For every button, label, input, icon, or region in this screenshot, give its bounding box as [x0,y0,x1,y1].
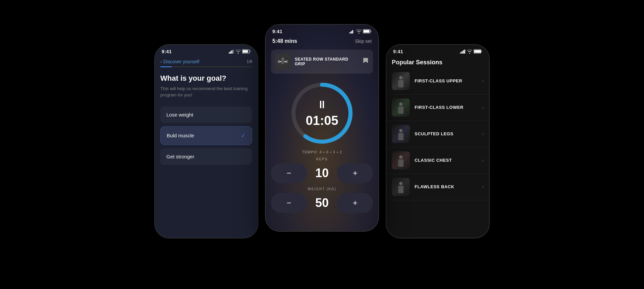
question-title: What is your goal? [155,74,258,83]
center-signal-icon [350,29,355,33]
weight-minus-icon: − [286,198,291,208]
session-item-classic-chest[interactable]: CLASSIC CHEST › [386,147,489,174]
svg-rect-23 [474,50,481,53]
battery-icon [242,49,251,54]
svg-point-14 [281,58,284,60]
option-lose-weight-label: Lose weight [166,112,193,118]
svg-rect-21 [464,50,465,54]
svg-rect-12 [286,60,287,63]
session-list: FIRST-CLASS UPPER › FIRST-CLASS LOWER › [386,68,489,200]
reps-plus-button[interactable]: + [337,163,373,183]
center-wifi-icon [356,29,362,33]
weight-minus-button[interactable]: − [271,193,307,213]
exercise-name: SEATED ROW STANDARD GRIP [295,57,358,66]
exercise-card: SEATED ROW STANDARD GRIP [271,50,373,74]
right-wifi-icon [467,50,472,54]
center-battery-icon [363,29,372,33]
back-label: Discover yourself [163,59,199,64]
session-name-0: FIRST-CLASS UPPER [415,78,482,83]
right-status-icons [460,49,482,54]
option-build-muscle-label: Buld muscle [167,133,194,138]
progress-indicator: 1/8 [247,59,252,64]
exercise-thumb-icon [277,56,289,68]
question-subtitle: This will help us recommend the best tra… [155,85,258,98]
center-status-time: 9:41 [272,29,282,34]
thumb-img-2 [392,125,410,143]
back-arrow-icon: ‹ [160,59,162,64]
center-header: 5:48 mins Skip set [266,35,378,47]
svg-rect-0 [229,52,230,54]
option-get-stronger[interactable]: Get stronger [160,148,252,165]
reps-value: 10 [310,166,335,180]
timer-display: 5:48 mins [272,38,297,44]
session-name-2: SCULPTED LEGS [415,131,482,136]
svg-rect-20 [463,50,464,54]
time-value: 01:05 [306,114,338,128]
svg-rect-8 [352,30,353,33]
checkmark-icon: ✓ [241,132,246,139]
minus-icon: − [286,168,291,178]
session-name-3: CLASSIC CHEST [415,158,482,163]
timer-inner: ⏸ 01:05 [306,98,338,128]
svg-rect-5 [243,50,248,53]
phone-center: 9:41 [265,24,379,232]
option-get-stronger-label: Get stronger [166,154,194,159]
phone-right: 9:41 [386,44,490,238]
session-thumb-2 [392,125,410,143]
right-status-time: 9:41 [393,49,403,54]
thumb-img-4 [392,178,410,196]
silhouette-4 [396,182,406,196]
pause-icon[interactable]: ⏸ [317,98,327,111]
center-status-icons [350,29,372,33]
session-name-4: FLAWLESS BACK [415,184,482,189]
silhouette-3 [396,155,406,169]
svg-rect-11 [278,60,279,63]
svg-rect-15 [281,60,284,64]
session-thumb-3 [392,151,410,169]
option-lose-weight[interactable]: Lose weight [160,106,252,123]
left-status-bar: 9:41 [155,45,258,56]
right-signal-icon [460,50,466,54]
chevron-right-icon-2: › [482,131,484,137]
silhouette-2 [396,129,406,143]
session-item-flawless-back[interactable]: FLAWLESS BACK › [386,174,489,200]
session-name-1: FIRST-CLASS LOWER [415,105,482,110]
svg-rect-3 [233,50,234,54]
skip-set-button[interactable]: Skip set [355,39,372,44]
weight-value: 50 [310,196,335,210]
chevron-right-icon-1: › [482,104,484,111]
right-battery-icon [474,49,482,54]
session-item-first-class-lower[interactable]: FIRST-CLASS LOWER › [386,94,489,121]
reps-minus-button[interactable]: − [271,163,307,183]
reps-label: REPS [266,157,378,161]
svg-rect-6 [350,32,351,33]
chevron-right-icon-3: › [482,157,484,163]
tempo-text: TEMPO: 4 • 0 • 3 • 2 [266,150,378,154]
svg-rect-7 [351,31,352,33]
silhouette-0 [396,76,406,90]
left-status-icons [229,49,251,54]
svg-rect-18 [460,52,461,54]
exercise-thumbnail [275,54,291,70]
session-thumb-1 [392,98,410,117]
save-icon[interactable] [362,57,369,66]
weight-plus-icon: + [353,198,358,208]
phone-left: 9:41 [154,44,258,238]
session-thumb-0 [392,72,410,90]
wifi-icon [235,50,241,54]
option-build-muscle[interactable]: Buld muscle ✓ [160,126,252,145]
left-top-bar: ‹ Discover yourself 1/8 [155,56,258,66]
center-status-bar: 9:41 [266,25,378,35]
session-item-sculpted-legs[interactable]: SCULPTED LEGS › [386,121,489,147]
plus-icon: + [353,168,358,178]
progress-bar [160,66,252,67]
session-item-first-class-upper[interactable]: FIRST-CLASS UPPER › [386,68,489,94]
svg-rect-2 [231,50,232,54]
right-status-bar: 9:41 [386,45,489,56]
chevron-right-icon-0: › [482,78,484,84]
circular-timer: ⏸ 01:05 [288,80,356,147]
back-button[interactable]: ‹ Discover yourself [160,59,199,64]
thumb-img-0 [392,72,410,90]
weight-counter-row: − 50 + [271,193,373,213]
weight-plus-button[interactable]: + [337,193,373,213]
